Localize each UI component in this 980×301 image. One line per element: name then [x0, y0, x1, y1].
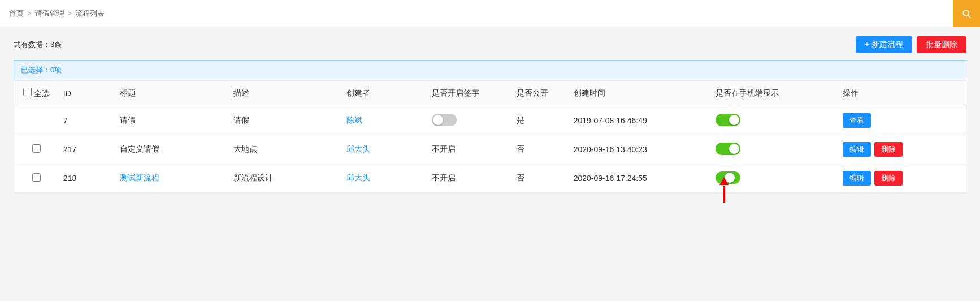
- row3-title[interactable]: 测试新流程: [115, 164, 229, 193]
- row1-view-button[interactable]: 查看: [843, 113, 871, 128]
- row2-public: 否: [512, 135, 569, 164]
- table-header-row: 全选 ID 标题 描述 创建者 是否开启签字 是否公开 创建时间 是否在手机端显…: [14, 81, 966, 106]
- row1-mobile-toggle[interactable]: [716, 114, 740, 126]
- row1-creator[interactable]: 陈斌: [342, 106, 427, 135]
- row3-creator-link[interactable]: 邱大头: [346, 173, 370, 182]
- th-mobile: 是否在手机端显示: [711, 81, 839, 106]
- row3-creator[interactable]: 邱大头: [342, 164, 427, 193]
- row1-desc: 请假: [229, 106, 342, 135]
- row1-checkbox-cell: [14, 106, 59, 135]
- toolbar: 共有数据：3条 + 新建流程 批量删除: [14, 36, 966, 53]
- row2-checkbox-cell[interactable]: [14, 135, 59, 164]
- row1-toggle-thumb: [433, 115, 443, 125]
- selection-bar: 已选择：0项: [14, 60, 966, 80]
- row1-title: 请假: [115, 106, 229, 135]
- row2-creator-link[interactable]: 邱大头: [346, 144, 370, 153]
- top-bar: 首页 > 请假管理 > 流程列表: [0, 0, 980, 27]
- row1-time: 2019-07-08 16:46:49: [569, 106, 711, 135]
- new-flow-button[interactable]: + 新建流程: [856, 36, 912, 53]
- row3-mobile[interactable]: [711, 164, 839, 193]
- row2-title: 自定义请假: [115, 135, 229, 164]
- th-action: 操作: [838, 81, 966, 106]
- row3-action: 编辑 删除: [838, 164, 966, 193]
- data-count: 共有数据：3条: [14, 40, 62, 50]
- row3-desc: 新流程设计: [229, 164, 342, 193]
- row2-desc: 大地点: [229, 135, 342, 164]
- table-row: 218 测试新流程 新流程设计 邱大头 不开启 否 2020-09-16 17:…: [14, 164, 966, 193]
- th-time: 创建时间: [569, 81, 711, 106]
- th-id: ID: [59, 81, 115, 106]
- row1-sign[interactable]: [427, 106, 512, 135]
- table-row: 217 自定义请假 大地点 邱大头 不开启 否 2020-09-16 13:40…: [14, 135, 966, 164]
- search-icon: [961, 8, 972, 19]
- row1-mobile-track: [716, 114, 740, 126]
- th-public: 是否公开: [512, 81, 569, 106]
- row1-action: 查看: [838, 106, 966, 135]
- row3-arrow-container: [716, 171, 740, 186]
- row1-mobile[interactable]: [711, 106, 839, 135]
- row2-checkbox[interactable]: [32, 144, 41, 153]
- row3-title-link[interactable]: 测试新流程: [120, 173, 159, 182]
- row3-checkbox-cell[interactable]: [14, 164, 59, 193]
- breadcrumb-list: 流程列表: [75, 8, 105, 19]
- breadcrumb: 首页 > 请假管理 > 流程列表: [9, 8, 105, 19]
- main-content: 共有数据：3条 + 新建流程 批量删除 已选择：0项 全选 ID 标题 描述 创…: [0, 27, 980, 203]
- th-select-all: 全选: [14, 81, 59, 106]
- row2-action: 编辑 删除: [838, 135, 966, 164]
- th-creator: 创建者: [342, 81, 427, 106]
- row1-sign-toggle[interactable]: [432, 114, 457, 126]
- toolbar-actions: + 新建流程 批量删除: [856, 36, 966, 53]
- th-sign: 是否开启签字: [427, 81, 512, 106]
- row1-toggle-track: [432, 114, 457, 126]
- row3-checkbox[interactable]: [32, 173, 41, 182]
- row2-mobile-track: [716, 143, 740, 155]
- th-desc: 描述: [229, 81, 342, 106]
- row1-creator-link[interactable]: 陈斌: [346, 115, 362, 124]
- search-icon-button[interactable]: [953, 0, 980, 27]
- row3-action-cell: 编辑 删除: [843, 171, 961, 186]
- row2-mobile-toggle[interactable]: [716, 143, 740, 155]
- data-table: 全选 ID 标题 描述 创建者 是否开启签字 是否公开 创建时间 是否在手机端显…: [14, 81, 966, 193]
- selection-text: 已选择：0项: [21, 66, 62, 74]
- row1-public: 是: [512, 106, 569, 135]
- row3-id: 218: [59, 164, 115, 193]
- th-title: 标题: [115, 81, 229, 106]
- row3-delete-button[interactable]: 删除: [874, 171, 903, 186]
- red-arrow-annotation: [723, 186, 725, 203]
- row1-action-cell: 查看: [843, 113, 961, 128]
- breadcrumb-home[interactable]: 首页: [9, 8, 24, 19]
- row2-delete-button[interactable]: 删除: [874, 142, 903, 157]
- breadcrumb-sep-1: >: [27, 9, 32, 18]
- row2-sign: 不开启: [427, 135, 512, 164]
- breadcrumb-leave[interactable]: 请假管理: [35, 8, 64, 19]
- row2-creator[interactable]: 邱大头: [342, 135, 427, 164]
- row3-edit-button[interactable]: 编辑: [843, 171, 871, 186]
- row1-id: 7: [59, 106, 115, 135]
- batch-delete-button[interactable]: 批量删除: [917, 36, 966, 53]
- select-all-checkbox[interactable]: [23, 88, 32, 96]
- breadcrumb-sep-2: >: [68, 9, 72, 18]
- row1-mobile-thumb: [729, 115, 739, 125]
- row3-public: 否: [512, 164, 569, 193]
- table-row: 7 请假 请假 陈斌 是 2019-: [14, 106, 966, 135]
- table-container: 全选 ID 标题 描述 创建者 是否开启签字 是否公开 创建时间 是否在手机端显…: [14, 80, 966, 194]
- row2-mobile[interactable]: [711, 135, 839, 164]
- row2-time: 2020-09-16 13:40:23: [569, 135, 711, 164]
- row2-edit-button[interactable]: 编辑: [843, 142, 871, 157]
- row2-id: 217: [59, 135, 115, 164]
- row2-action-cell: 编辑 删除: [843, 142, 961, 157]
- row3-sign: 不开启: [427, 164, 512, 193]
- row2-mobile-thumb: [729, 144, 739, 154]
- row3-time: 2020-09-16 17:24:55: [569, 164, 711, 193]
